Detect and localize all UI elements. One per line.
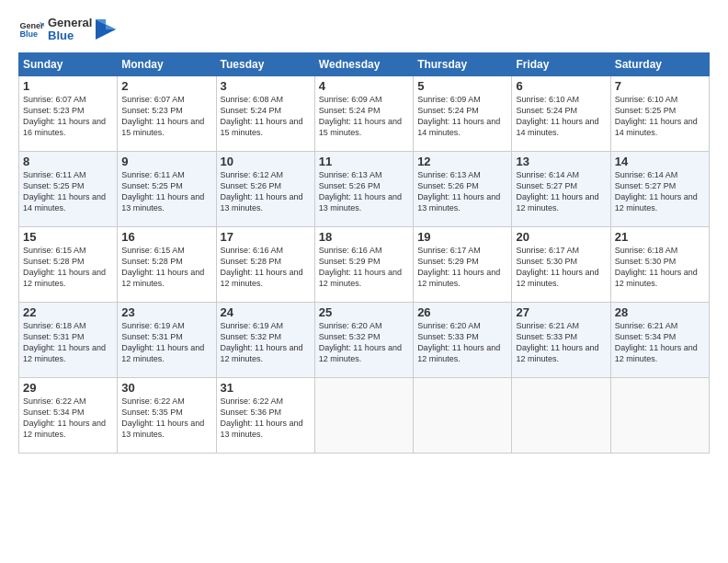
daylight-label: Daylight: 11 hours and 12 minutes. — [417, 343, 500, 363]
cell-content: Sunrise: 6:19 AM Sunset: 5:31 PM Dayligh… — [121, 320, 211, 365]
daylight-label: Daylight: 11 hours and 13 minutes. — [121, 419, 204, 439]
day-number: 22 — [23, 305, 113, 319]
cell-content: Sunrise: 6:08 AM Sunset: 5:24 PM Dayligh… — [221, 94, 311, 139]
calendar-cell — [414, 377, 512, 453]
cell-content: Sunrise: 6:13 AM Sunset: 5:26 PM Dayligh… — [417, 169, 507, 214]
daylight-label: Daylight: 11 hours and 12 minutes. — [615, 192, 698, 213]
day-number: 21 — [615, 230, 705, 244]
calendar-cell: 11 Sunrise: 6:13 AM Sunset: 5:26 PM Dayl… — [314, 151, 413, 226]
cell-content: Sunrise: 6:09 AM Sunset: 5:24 PM Dayligh… — [319, 94, 409, 139]
week-row-1: 1 Sunrise: 6:07 AM Sunset: 5:23 PM Dayli… — [19, 75, 710, 151]
header: General Blue General Blue — [18, 17, 710, 43]
day-number: 29 — [23, 381, 113, 395]
daylight-label: Daylight: 11 hours and 13 minutes. — [121, 192, 204, 213]
day-number: 20 — [516, 230, 606, 244]
cell-content: Sunrise: 6:13 AM Sunset: 5:26 PM Dayligh… — [319, 169, 409, 214]
day-number: 27 — [516, 305, 606, 319]
daylight-label: Daylight: 11 hours and 12 minutes. — [221, 343, 303, 363]
sunrise-label: Sunrise: 6:15 AM — [23, 246, 86, 255]
calendar-cell — [610, 377, 709, 453]
sunrise-label: Sunrise: 6:09 AM — [417, 95, 481, 104]
header-row: Sunday Monday Tuesday Wednesday Thursday… — [19, 52, 710, 75]
day-number: 31 — [221, 381, 311, 395]
logo-arrow-icon — [96, 19, 116, 40]
day-number: 1 — [23, 79, 113, 93]
day-number: 14 — [615, 155, 705, 168]
week-row-4: 22 Sunrise: 6:18 AM Sunset: 5:31 PM Dayl… — [19, 302, 710, 377]
day-number: 2 — [121, 79, 211, 93]
daylight-label: Daylight: 11 hours and 14 minutes. — [615, 117, 698, 137]
day-number: 9 — [121, 155, 211, 168]
daylight-label: Daylight: 11 hours and 15 minutes. — [121, 117, 204, 137]
calendar-cell: 31 Sunrise: 6:22 AM Sunset: 5:36 PM Dayl… — [216, 377, 314, 453]
cell-content: Sunrise: 6:22 AM Sunset: 5:35 PM Dayligh… — [121, 396, 211, 441]
sunrise-label: Sunrise: 6:19 AM — [121, 321, 185, 330]
day-number: 7 — [615, 79, 705, 93]
cell-content: Sunrise: 6:16 AM Sunset: 5:29 PM Dayligh… — [319, 245, 409, 290]
sunset-label: Sunset: 5:26 PM — [319, 181, 381, 190]
cell-content: Sunrise: 6:17 AM Sunset: 5:30 PM Dayligh… — [516, 245, 606, 290]
cell-content: Sunrise: 6:15 AM Sunset: 5:28 PM Dayligh… — [23, 245, 113, 290]
col-thursday: Thursday — [414, 52, 512, 75]
calendar-cell: 19 Sunrise: 6:17 AM Sunset: 5:29 PM Dayl… — [414, 226, 512, 302]
sunrise-label: Sunrise: 6:22 AM — [221, 396, 284, 406]
day-number: 30 — [121, 381, 211, 395]
sunset-label: Sunset: 5:36 PM — [221, 408, 282, 417]
day-number: 4 — [319, 79, 409, 93]
week-row-3: 15 Sunrise: 6:15 AM Sunset: 5:28 PM Dayl… — [19, 226, 710, 302]
sunrise-label: Sunrise: 6:11 AM — [121, 170, 185, 179]
sunset-label: Sunset: 5:28 PM — [121, 257, 183, 266]
sunrise-label: Sunrise: 6:18 AM — [23, 321, 86, 330]
day-number: 16 — [121, 230, 211, 244]
calendar-cell: 23 Sunrise: 6:19 AM Sunset: 5:31 PM Dayl… — [118, 302, 216, 377]
calendar-cell: 1 Sunrise: 6:07 AM Sunset: 5:23 PM Dayli… — [19, 75, 118, 151]
sunset-label: Sunset: 5:28 PM — [23, 257, 85, 266]
day-number: 6 — [516, 79, 606, 93]
page: General Blue General Blue Sunday Monday — [0, 0, 728, 463]
sunset-label: Sunset: 5:24 PM — [319, 106, 381, 115]
daylight-label: Daylight: 11 hours and 14 minutes. — [516, 117, 598, 137]
day-number: 10 — [221, 155, 311, 168]
sunset-label: Sunset: 5:29 PM — [319, 257, 381, 266]
daylight-label: Daylight: 11 hours and 12 minutes. — [319, 343, 402, 363]
day-number: 26 — [417, 305, 507, 319]
sunrise-label: Sunrise: 6:13 AM — [417, 170, 481, 179]
cell-content: Sunrise: 6:12 AM Sunset: 5:26 PM Dayligh… — [221, 169, 311, 214]
calendar-cell: 3 Sunrise: 6:08 AM Sunset: 5:24 PM Dayli… — [216, 75, 314, 151]
daylight-label: Daylight: 11 hours and 14 minutes. — [23, 192, 106, 213]
sunset-label: Sunset: 5:33 PM — [417, 332, 479, 341]
day-number: 17 — [221, 230, 311, 244]
sunset-label: Sunset: 5:31 PM — [121, 332, 183, 341]
cell-content: Sunrise: 6:10 AM Sunset: 5:25 PM Dayligh… — [615, 94, 705, 139]
day-number: 18 — [319, 230, 409, 244]
daylight-label: Daylight: 11 hours and 15 minutes. — [319, 117, 402, 137]
sunrise-label: Sunrise: 6:07 AM — [23, 95, 86, 104]
calendar-cell: 27 Sunrise: 6:21 AM Sunset: 5:33 PM Dayl… — [512, 302, 610, 377]
logo-icon: General Blue — [18, 17, 44, 42]
calendar-cell: 4 Sunrise: 6:09 AM Sunset: 5:24 PM Dayli… — [314, 75, 413, 151]
col-tuesday: Tuesday — [216, 52, 314, 75]
calendar-table: Sunday Monday Tuesday Wednesday Thursday… — [18, 52, 710, 454]
day-number: 11 — [319, 155, 409, 168]
sunrise-label: Sunrise: 6:13 AM — [319, 170, 382, 179]
sunrise-label: Sunrise: 6:10 AM — [516, 95, 579, 104]
calendar-cell: 16 Sunrise: 6:15 AM Sunset: 5:28 PM Dayl… — [118, 226, 216, 302]
sunset-label: Sunset: 5:26 PM — [417, 181, 479, 190]
daylight-label: Daylight: 11 hours and 15 minutes. — [221, 117, 303, 137]
cell-content: Sunrise: 6:22 AM Sunset: 5:36 PM Dayligh… — [221, 396, 311, 441]
daylight-label: Daylight: 11 hours and 12 minutes. — [319, 268, 402, 288]
calendar-cell: 28 Sunrise: 6:21 AM Sunset: 5:34 PM Dayl… — [610, 302, 709, 377]
logo-blue: Blue — [48, 29, 92, 42]
col-sunday: Sunday — [19, 52, 118, 75]
day-number: 25 — [319, 305, 409, 319]
cell-content: Sunrise: 6:20 AM Sunset: 5:32 PM Dayligh… — [319, 320, 409, 365]
calendar-cell: 13 Sunrise: 6:14 AM Sunset: 5:27 PM Dayl… — [512, 151, 610, 226]
calendar-cell: 26 Sunrise: 6:20 AM Sunset: 5:33 PM Dayl… — [414, 302, 512, 377]
cell-content: Sunrise: 6:21 AM Sunset: 5:33 PM Dayligh… — [516, 320, 606, 365]
sunrise-label: Sunrise: 6:21 AM — [615, 321, 678, 330]
daylight-label: Daylight: 11 hours and 12 minutes. — [615, 268, 698, 288]
calendar-cell: 22 Sunrise: 6:18 AM Sunset: 5:31 PM Dayl… — [19, 302, 118, 377]
daylight-label: Daylight: 11 hours and 12 minutes. — [417, 268, 500, 288]
sunset-label: Sunset: 5:29 PM — [417, 257, 479, 266]
day-number: 15 — [23, 230, 113, 244]
